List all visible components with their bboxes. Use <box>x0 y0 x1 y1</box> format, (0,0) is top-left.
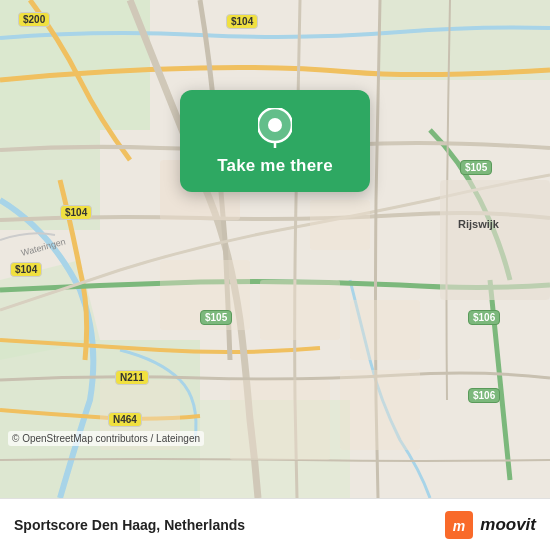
app: Wateringen $200 $104 $105 $104 $104 $105… <box>0 0 550 550</box>
location-title: Sportscore Den Haag, Netherlands <box>14 517 245 533</box>
svg-rect-16 <box>440 180 550 300</box>
location-card[interactable]: Take me there <box>180 90 370 192</box>
road-badge-s106-right: $106 <box>468 310 500 325</box>
road-badge-s106-right2: $106 <box>468 388 500 403</box>
take-me-there-button[interactable]: Take me there <box>217 156 333 176</box>
svg-rect-15 <box>340 370 420 450</box>
bottom-bar: Sportscore Den Haag, Netherlands m moovi… <box>0 498 550 550</box>
moovit-wordmark: moovit <box>480 515 536 535</box>
moovit-logo: m moovit <box>445 511 536 539</box>
svg-rect-3 <box>380 0 550 80</box>
road-badge-s104-left2: $104 <box>10 262 42 277</box>
svg-rect-9 <box>310 200 370 250</box>
road-badge-s104-left: $104 <box>60 205 92 220</box>
map-container: Wateringen $200 $104 $105 $104 $104 $105… <box>0 0 550 498</box>
road-badge-s200: $200 <box>18 12 50 27</box>
moovit-logo-icon: m <box>445 511 473 539</box>
map-attribution: © OpenStreetMap contributors / Lateingen <box>8 431 204 446</box>
road-badge-n211: N211 <box>115 370 149 385</box>
svg-text:m: m <box>453 518 465 534</box>
road-badge-s105-mid: $105 <box>200 310 232 325</box>
road-badge-s104-top: $104 <box>226 14 258 29</box>
road-badge-s105-right: $105 <box>460 160 492 175</box>
svg-rect-11 <box>260 280 340 340</box>
svg-point-20 <box>268 118 282 132</box>
location-pin-icon <box>255 108 295 148</box>
rijswijk-label: Rijswijk <box>458 218 499 230</box>
svg-rect-12 <box>350 300 420 360</box>
svg-rect-14 <box>230 380 330 460</box>
road-badge-n464: N464 <box>108 412 142 427</box>
map-background: Wateringen <box>0 0 550 498</box>
